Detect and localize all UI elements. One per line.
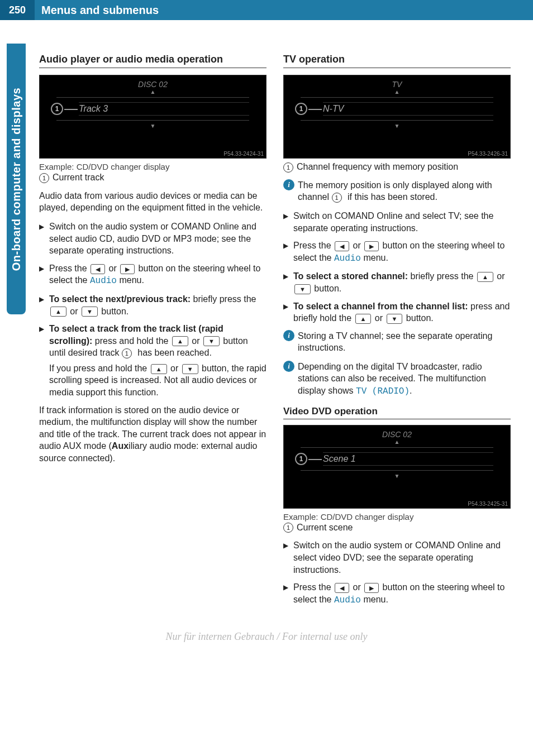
step-bullet-icon: ▶ <box>39 262 49 288</box>
step-bullet-icon: ▶ <box>283 300 293 324</box>
step-item: ▶ Switch on COMAND Online and select TV;… <box>283 210 511 234</box>
info-note: i The memory position is only displayed … <box>283 179 511 203</box>
dvd-section-title: Video DVD operation <box>283 406 511 419</box>
up-arrow-button-icon: ▲ <box>151 364 167 374</box>
up-arrow-button-icon: ▲ <box>50 307 66 317</box>
step-item: ▶ Press the ◀ or ▶ button on the steerin… <box>283 581 511 606</box>
chapter-side-tab: On-board computer and displays <box>7 44 26 314</box>
intro-paragraph: Audio data from various audio devices or… <box>39 190 266 214</box>
down-arrow-button-icon: ▼ <box>82 307 98 317</box>
down-arrow-button-icon: ▼ <box>182 364 198 374</box>
audio-display-figure: DISC 02 ▲ 1 Track 3 ▼ P54.33-2424-31 <box>39 75 266 159</box>
step-text: Switch on the audio system or COMAND Onl… <box>49 221 266 257</box>
step-bullet-icon: ▶ <box>283 270 293 294</box>
callout-1-circle-icon: 1 <box>332 193 342 203</box>
callout-1-label: Current scene <box>297 523 353 532</box>
info-note: i Storing a TV channel; see the separate… <box>283 330 511 354</box>
left-arrow-button-icon: ◀ <box>335 241 349 251</box>
right-arrow-button-icon: ▶ <box>120 264 135 274</box>
step-item: ▶ Switch on the audio system or COMAND O… <box>39 221 266 257</box>
callout-legend: 1Current scene <box>283 523 511 533</box>
callout-1-label: Current track <box>53 173 104 182</box>
callout-legend: 1Channel frequency with memory position <box>283 162 511 173</box>
menu-name: Audio <box>90 276 117 286</box>
up-arrow-icon: ▲ <box>284 439 510 445</box>
step-item: ▶ To select a stored channel: briefly pr… <box>283 270 511 294</box>
left-column: Audio player or audio media operation DI… <box>39 54 266 612</box>
display-mid-text: Track 3 <box>79 104 108 113</box>
figure-code: P54.33-2426-31 <box>468 151 508 157</box>
right-arrow-button-icon: ▶ <box>364 241 379 251</box>
display-mid-text: Scene 1 <box>323 454 356 463</box>
left-arrow-button-icon: ◀ <box>91 264 105 274</box>
step-text: To select the next/previous track: brief… <box>49 293 266 317</box>
step-text: Switch on the audio system or COMAND Onl… <box>293 539 511 576</box>
right-column: TV operation TV ▲ 1 N-TV ▼ P54.33-2426-3… <box>283 54 511 612</box>
callout-1-icon: 1 <box>295 103 307 115</box>
display-code-text: TV (RADIO) <box>356 386 410 396</box>
info-icon: i <box>283 330 294 341</box>
step-text: Switch on COMAND Online and select TV; s… <box>293 210 511 234</box>
menu-name: Audio <box>334 253 361 264</box>
down-arrow-icon: ▼ <box>40 123 266 129</box>
callout-1-circle-icon: 1 <box>283 523 293 533</box>
up-arrow-button-icon: ▲ <box>355 314 372 324</box>
up-arrow-button-icon: ▲ <box>477 272 493 282</box>
display-top-text: DISC 02 <box>40 75 266 89</box>
step-item: ▶ Press the ◀ or ▶ button on the steerin… <box>283 240 511 265</box>
step-bullet-icon: ▶ <box>39 323 49 399</box>
tv-display-figure: TV ▲ 1 N-TV ▼ P54.33-2426-31 <box>283 75 511 159</box>
figure-code: P54.33-2425-31 <box>468 501 508 507</box>
step-bullet-icon: ▶ <box>283 539 293 576</box>
callout-legend: 1Current track <box>39 173 266 183</box>
page-header: 250 Menus and submenus <box>0 0 533 20</box>
watermark-text: Nur für internen Gebrauch / For internal… <box>0 631 533 643</box>
callout-1-circle-icon: 1 <box>122 348 132 358</box>
figure-caption: Example: CD/DVD changer display <box>39 162 266 171</box>
step-text: To select a channel from the channel lis… <box>293 300 511 324</box>
menu-name: Audio <box>334 595 361 605</box>
step-item: ▶ To select a track from the track list … <box>39 323 266 399</box>
dvd-display-figure: DISC 02 ▲ 1 Scene 1 ▼ P54.33-2425-31 <box>283 425 511 509</box>
figure-code: P54.33-2424-31 <box>223 151 264 157</box>
info-icon: i <box>283 179 294 190</box>
callout-1-icon: 1 <box>51 103 63 115</box>
callout-1-label: Channel frequency with memory position <box>297 162 458 171</box>
audio-section-title: Audio player or audio media operation <box>39 54 266 68</box>
down-arrow-button-icon: ▼ <box>387 314 403 324</box>
display-mid-text: N-TV <box>323 104 344 113</box>
step-text: Press the ◀ or ▶ button on the steering … <box>293 240 511 265</box>
outro-paragraph: If track information is stored on the au… <box>39 404 266 465</box>
step-text: To select a track from the track list (r… <box>49 323 266 399</box>
chapter-side-label: On-board computer and displays <box>10 87 23 270</box>
step-item: ▶ Switch on the audio system or COMAND O… <box>283 539 511 576</box>
info-icon: i <box>283 361 294 372</box>
step-bullet-icon: ▶ <box>283 581 293 606</box>
up-arrow-button-icon: ▲ <box>172 336 188 346</box>
page-body: Audio player or audio media operation DI… <box>0 20 533 623</box>
step-text: To select a stored channel: briefly pres… <box>293 270 511 294</box>
down-arrow-icon: ▼ <box>284 123 510 129</box>
step-bullet-icon: ▶ <box>39 221 49 257</box>
figure-caption: Example: CD/DVD changer display <box>283 512 511 521</box>
display-top-text: DISC 02 <box>284 425 510 439</box>
down-arrow-icon: ▼ <box>284 473 510 479</box>
tv-section-title: TV operation <box>283 54 511 68</box>
up-arrow-icon: ▲ <box>40 89 266 95</box>
page-number: 250 <box>0 0 35 20</box>
callout-1-icon: 1 <box>295 453 307 465</box>
step-bullet-icon: ▶ <box>39 293 49 317</box>
step-bullet-icon: ▶ <box>283 210 293 234</box>
down-arrow-button-icon: ▼ <box>294 284 311 294</box>
page-title: Menus and submenus <box>35 4 159 17</box>
step-item: ▶ To select a channel from the channel l… <box>283 300 511 324</box>
info-note: i Depending on the digital TV broadcaste… <box>283 361 511 398</box>
step-text: Press the ◀ or ▶ button on the steering … <box>49 262 266 288</box>
callout-1-circle-icon: 1 <box>39 173 49 183</box>
left-arrow-button-icon: ◀ <box>335 583 349 593</box>
step-text: Press the ◀ or ▶ button on the steering … <box>293 581 511 606</box>
right-arrow-button-icon: ▶ <box>364 583 379 593</box>
callout-1-circle-icon: 1 <box>283 162 293 173</box>
up-arrow-icon: ▲ <box>284 89 510 95</box>
step-item: ▶ Press the ◀ or ▶ button on the steerin… <box>39 262 266 288</box>
